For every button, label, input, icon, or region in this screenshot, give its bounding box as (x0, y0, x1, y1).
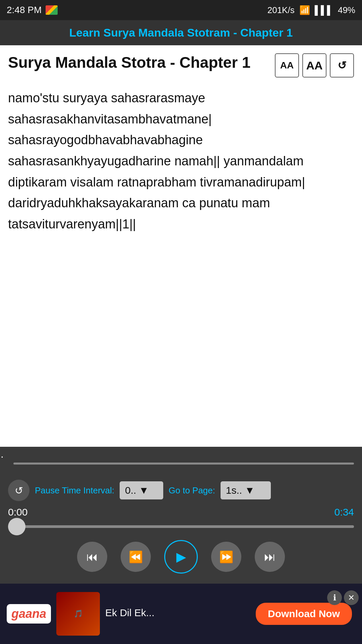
goto-page-label: Go to Page: (169, 485, 215, 496)
seek-bar[interactable] (8, 520, 354, 533)
pause-time-chevron-icon: ▼ (139, 485, 149, 496)
next-track-icon: ⏭ (264, 550, 276, 564)
gaana-logo: gaana (7, 604, 51, 624)
app-title: Learn Surya Mandala Stotram - Chapter 1 (69, 26, 293, 39)
status-left: 2:48 PM (7, 5, 58, 15)
ad-close-button[interactable]: ✕ (344, 590, 359, 605)
stotra-text: namo'stu suryaya sahasrarasmaye sahasras… (8, 91, 305, 231)
font-reset-button[interactable]: ↺ (330, 53, 354, 77)
time-current: 0:00 (8, 506, 27, 518)
stotra-content: namo'stu suryaya sahasrarasmaye sahasras… (0, 81, 362, 248)
play-icon: ▶ (176, 549, 186, 564)
rewind-button[interactable]: ⏪ (121, 542, 151, 572)
font-increase-button[interactable]: AA (302, 53, 326, 77)
gmail-icon (46, 5, 58, 15)
content-header: Surya Mandala Stotra - Chapter 1 AA AA ↺ (0, 45, 362, 81)
time-display: 2:48 PM (7, 5, 42, 15)
goto-page-chevron-icon: ▼ (245, 485, 255, 496)
replay-button[interactable]: ↺ (8, 480, 29, 501)
rewind-icon: ⏪ (129, 550, 143, 564)
time-total: 0:34 (335, 506, 354, 518)
pause-time-label: Pause Time Interval: (35, 485, 114, 496)
next-track-button[interactable]: ⏭ (255, 542, 285, 572)
ad-banner: gaana 🎵 Ek Dil Ek... Download Now ℹ ✕ (0, 584, 362, 644)
ad-content: Ek Dil Ek... (105, 607, 250, 621)
gaana-brand-text: gaana (11, 607, 46, 621)
status-bar: 2:48 PM 201K/s 📶 ▌▌▌ 49% (0, 0, 362, 20)
ad-album-art: 🎵 (56, 592, 100, 636)
play-button[interactable]: ▶ (164, 540, 198, 574)
player-controls-row: ↺ Pause Time Interval: 0.. ▼ Go to Page:… (8, 480, 354, 501)
goto-page-dropdown[interactable]: 1s.. ▼ (221, 481, 271, 499)
ad-info-button[interactable]: ℹ (327, 590, 342, 605)
app-title-bar: Learn Surya Mandala Stotram - Chapter 1 (0, 20, 362, 45)
prev-track-icon: ⏮ (86, 550, 98, 564)
battery-display: 49% (338, 5, 355, 15)
pause-time-value: 0.. (125, 485, 136, 496)
chapter-title: Surya Mandala Stotra - Chapter 1 (8, 53, 268, 72)
seek-knob[interactable] (8, 518, 25, 535)
font-controls: AA AA ↺ (275, 53, 354, 77)
signal-icon: ▌▌▌ (315, 5, 333, 15)
seek-bar-track (8, 525, 354, 528)
status-right: 201K/s 📶 ▌▌▌ 49% (267, 5, 355, 15)
player-top-row: 𑆁 (8, 453, 354, 474)
playback-buttons: ⏮ ⏪ ▶ ⏩ ⏭ (8, 537, 354, 580)
goto-page-value: 1s.. (226, 485, 242, 496)
download-now-button[interactable]: Download Now (256, 603, 352, 625)
pause-time-dropdown[interactable]: 0.. ▼ (120, 481, 163, 499)
font-decrease-button[interactable]: AA (275, 53, 299, 77)
prev-track-button[interactable]: ⏮ (77, 542, 107, 572)
ad-song-name: Ek Dil Ek... (105, 607, 250, 619)
wifi-icon: 📶 (299, 5, 310, 15)
fast-forward-icon: ⏩ (219, 550, 233, 564)
time-row: 0:00 0:34 (8, 506, 354, 518)
fast-forward-button[interactable]: ⏩ (211, 542, 241, 572)
player-progress-line (13, 463, 354, 465)
network-speed: 201K/s (267, 5, 295, 15)
player-section: 𑆁 ↺ Pause Time Interval: 0.. ▼ Go to Pag… (0, 447, 362, 584)
